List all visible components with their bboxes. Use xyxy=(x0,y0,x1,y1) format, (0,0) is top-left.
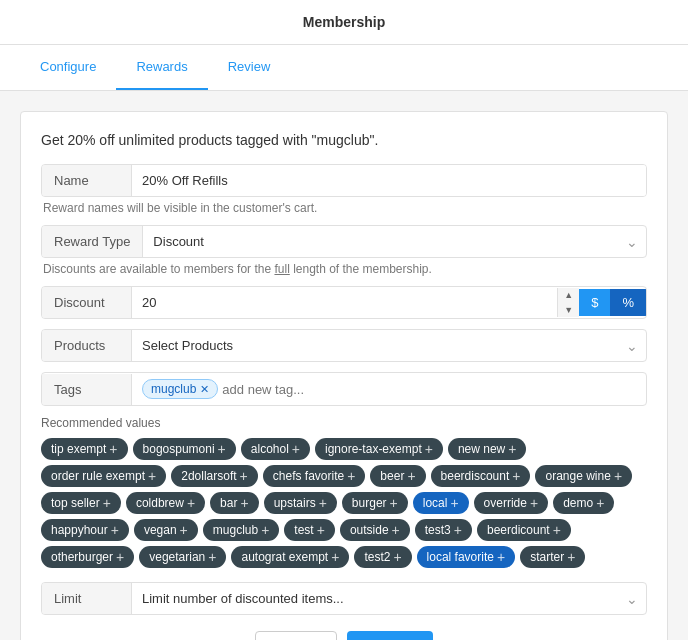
plus-icon: + xyxy=(497,549,505,565)
products-label: Products xyxy=(42,330,132,361)
plus-icon: + xyxy=(347,468,355,484)
plus-icon: + xyxy=(103,495,111,511)
rec-tag-new-new[interactable]: new new + xyxy=(448,438,527,460)
name-input[interactable] xyxy=(132,165,646,196)
rec-tag-happyhour[interactable]: happyhour + xyxy=(41,519,129,541)
plus-icon: + xyxy=(454,522,462,538)
plus-icon: + xyxy=(553,522,561,538)
plus-icon: + xyxy=(180,522,188,538)
currency-buttons: $ % xyxy=(579,289,646,316)
plus-icon: + xyxy=(392,522,400,538)
rec-tag-vegetarian[interactable]: vegetarian + xyxy=(139,546,226,568)
discount-spinners: ▲ ▼ xyxy=(557,288,579,318)
rec-tag-local[interactable]: local + xyxy=(413,492,469,514)
dollar-button[interactable]: $ xyxy=(579,289,610,316)
rec-tag-burger[interactable]: burger + xyxy=(342,492,408,514)
name-label: Name xyxy=(42,165,132,196)
rec-tag-test[interactable]: test + xyxy=(284,519,335,541)
plus-icon: + xyxy=(116,549,124,565)
limit-label: Limit xyxy=(42,583,132,614)
reward-card: Get 20% off unlimited products tagged wi… xyxy=(20,111,668,640)
plus-icon: + xyxy=(390,495,398,511)
plus-icon: + xyxy=(567,549,575,565)
tag-chip-label: mugclub xyxy=(151,382,196,396)
rec-tag-bar[interactable]: bar + xyxy=(210,492,259,514)
limit-select-wrapper: Limit number of discounted items... ⌄ xyxy=(132,583,646,614)
plus-icon: + xyxy=(508,441,516,457)
name-row: Name xyxy=(41,164,647,197)
tag-remove-button[interactable]: ✕ xyxy=(200,383,209,396)
rec-tag-ignore-tax-exempt[interactable]: ignore-tax-exempt + xyxy=(315,438,443,460)
reward-type-select-wrapper: Discount ⌄ xyxy=(143,226,646,257)
rec-tag-upstairs[interactable]: upstairs + xyxy=(264,492,337,514)
rec-tag-coldbrew[interactable]: coldbrew + xyxy=(126,492,205,514)
tags-label: Tags xyxy=(42,374,132,405)
products-select-wrapper: Select Products ⌄ xyxy=(132,330,646,361)
plus-icon: + xyxy=(407,468,415,484)
rec-tag-starter[interactable]: starter + xyxy=(520,546,585,568)
percent-button[interactable]: % xyxy=(610,289,646,316)
cancel-button[interactable]: Cancel xyxy=(255,631,337,640)
plus-icon: + xyxy=(450,495,458,511)
rec-tag-2dollarsoft[interactable]: 2dollarsoft + xyxy=(171,465,258,487)
discount-input[interactable] xyxy=(132,287,557,318)
plus-icon: + xyxy=(261,522,269,538)
rec-tag-autograt-exempt[interactable]: autograt exempt + xyxy=(231,546,349,568)
rec-tag-demo[interactable]: demo + xyxy=(553,492,614,514)
action-buttons: Cancel Confirm xyxy=(41,631,647,640)
recommended-section: Recommended values tip exempt + bogospum… xyxy=(41,416,647,568)
rec-tag-order-rule-exempt[interactable]: order rule exempt + xyxy=(41,465,166,487)
recommended-title: Recommended values xyxy=(41,416,647,430)
description-text: Get 20% off unlimited products tagged wi… xyxy=(41,132,647,148)
products-row: Products Select Products ⌄ xyxy=(41,329,647,362)
main-content: Get 20% off unlimited products tagged wi… xyxy=(0,91,688,640)
rec-tag-alcohol[interactable]: alcohol + xyxy=(241,438,310,460)
spinner-down-button[interactable]: ▼ xyxy=(558,303,579,318)
plus-icon: + xyxy=(111,522,119,538)
tab-configure[interactable]: Configure xyxy=(20,45,116,90)
rec-tag-override[interactable]: override + xyxy=(474,492,549,514)
tags-input-area[interactable]: mugclub ✕ xyxy=(132,373,646,405)
plus-icon: + xyxy=(109,441,117,457)
rec-tag-orange-wine[interactable]: orange wine + xyxy=(535,465,632,487)
rec-tag-beer[interactable]: beer + xyxy=(370,465,425,487)
plus-icon: + xyxy=(208,549,216,565)
rec-tag-tip-exempt[interactable]: tip exempt + xyxy=(41,438,128,460)
tab-rewards[interactable]: Rewards xyxy=(116,45,207,90)
tags-text-input[interactable] xyxy=(222,382,390,397)
products-select[interactable]: Select Products xyxy=(132,330,646,361)
spinner-up-button[interactable]: ▲ xyxy=(558,288,579,303)
rec-tag-test3[interactable]: test3 + xyxy=(415,519,472,541)
tabs-bar: Configure Rewards Review xyxy=(0,45,688,91)
rec-tag-mugclub[interactable]: mugclub + xyxy=(203,519,280,541)
plus-icon: + xyxy=(530,495,538,511)
rec-tag-vegan[interactable]: vegan + xyxy=(134,519,198,541)
rec-tag-top-seller[interactable]: top seller + xyxy=(41,492,121,514)
header: Membership Configure Rewards Review xyxy=(0,0,688,91)
rec-tag-beerdicount[interactable]: beerdicount + xyxy=(477,519,571,541)
rec-tag-chefs-favorite[interactable]: chefs favorite + xyxy=(263,465,366,487)
name-hint: Reward names will be visible in the cust… xyxy=(41,201,647,215)
plus-icon: + xyxy=(292,441,300,457)
limit-select[interactable]: Limit number of discounted items... xyxy=(132,583,646,614)
tag-chip-mugclub: mugclub ✕ xyxy=(142,379,218,399)
reward-type-label: Reward Type xyxy=(42,226,143,257)
limit-row: Limit Limit number of discounted items..… xyxy=(41,582,647,615)
plus-icon: + xyxy=(319,495,327,511)
confirm-button[interactable]: Confirm xyxy=(347,631,433,640)
tab-review[interactable]: Review xyxy=(208,45,291,90)
rec-tag-bogospumoni[interactable]: bogospumoni + xyxy=(133,438,236,460)
rec-tag-otherburger[interactable]: otherburger + xyxy=(41,546,134,568)
reward-type-hint: Discounts are available to members for t… xyxy=(41,262,647,276)
discount-label: Discount xyxy=(42,287,132,318)
rec-tag-test2[interactable]: test2 + xyxy=(354,546,411,568)
plus-icon: + xyxy=(331,549,339,565)
plus-icon: + xyxy=(425,441,433,457)
plus-icon: + xyxy=(614,468,622,484)
rec-tag-local-favorite[interactable]: local favorite + xyxy=(417,546,516,568)
reward-type-select[interactable]: Discount xyxy=(143,226,646,257)
plus-icon: + xyxy=(148,468,156,484)
rec-tag-beerdiscount[interactable]: beerdiscount + xyxy=(431,465,531,487)
rec-tag-outside[interactable]: outside + xyxy=(340,519,410,541)
plus-icon: + xyxy=(393,549,401,565)
